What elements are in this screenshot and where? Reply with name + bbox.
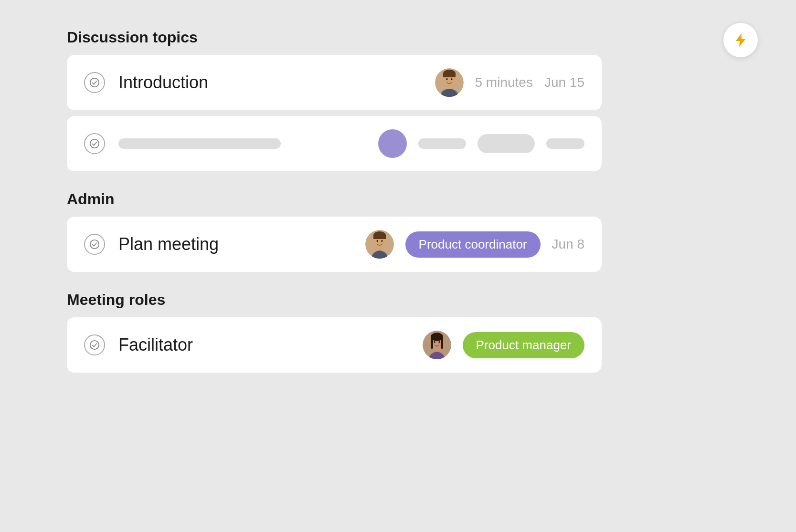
time-introduction: 5 minutes <box>475 75 533 90</box>
lightning-quick-actions-button[interactable] <box>723 23 758 57</box>
svg-point-5 <box>446 78 447 80</box>
svg-point-18 <box>90 341 99 349</box>
svg-point-6 <box>451 78 452 80</box>
svg-rect-4 <box>443 73 456 77</box>
avatar-introduction <box>435 68 464 97</box>
row-right-plan-meeting: Product coordinator Jun 8 <box>365 230 584 259</box>
svg-point-26 <box>438 341 440 343</box>
row-title-introduction: Introduction <box>118 73 435 93</box>
svg-rect-17 <box>377 246 382 250</box>
row-right-skeleton <box>378 129 584 158</box>
avatar-facilitator <box>423 331 451 359</box>
avatar-plan-meeting <box>365 230 394 259</box>
section-header-meeting-roles: Meeting roles <box>67 291 602 309</box>
row-title-plan-meeting: Plan meeting <box>118 234 365 254</box>
svg-rect-27 <box>435 347 439 351</box>
avatar-skeleton <box>378 129 407 158</box>
section-meeting-roles: Meeting roles Facilitator <box>67 291 602 373</box>
check-icon-skeleton <box>84 133 105 154</box>
skeleton-tag <box>478 134 535 153</box>
check-icon-introduction <box>84 72 105 93</box>
row-title-facilitator: Facilitator <box>118 335 423 355</box>
row-introduction[interactable]: Introduction <box>67 55 602 110</box>
svg-point-10 <box>90 240 99 249</box>
lightning-icon <box>733 32 748 48</box>
section-admin: Admin Plan meeting <box>67 190 602 272</box>
tag-product-coordinator: Product coordinator <box>405 231 541 258</box>
skeleton-date <box>546 138 584 149</box>
svg-rect-7 <box>447 84 452 88</box>
row-facilitator[interactable]: Facilitator <box>67 317 602 373</box>
svg-rect-24 <box>441 339 443 349</box>
check-icon-facilitator <box>84 334 105 355</box>
skeleton-title <box>118 138 281 149</box>
row-plan-meeting[interactable]: Plan meeting Produc <box>67 217 602 272</box>
row-right-introduction: 5 minutes Jun 15 <box>435 68 584 97</box>
skeleton-time <box>418 138 466 149</box>
svg-rect-14 <box>373 235 386 239</box>
main-content: Discussion topics Introduction <box>0 0 669 420</box>
svg-point-0 <box>90 78 99 87</box>
svg-point-25 <box>434 341 435 343</box>
row-skeleton <box>67 116 602 171</box>
svg-point-9 <box>90 139 99 148</box>
section-header-admin: Admin <box>67 190 602 208</box>
svg-point-16 <box>381 240 382 242</box>
tag-product-manager: Product manager <box>463 332 584 358</box>
section-discussion-topics: Discussion topics Introduction <box>67 29 602 171</box>
svg-rect-23 <box>431 339 433 349</box>
check-icon-plan-meeting <box>84 234 105 255</box>
date-introduction: Jun 15 <box>544 75 584 90</box>
date-plan-meeting: Jun 8 <box>552 237 585 252</box>
svg-point-15 <box>376 240 378 242</box>
row-right-facilitator: Product manager <box>423 331 584 359</box>
section-header-discussion-topics: Discussion topics <box>67 29 602 46</box>
